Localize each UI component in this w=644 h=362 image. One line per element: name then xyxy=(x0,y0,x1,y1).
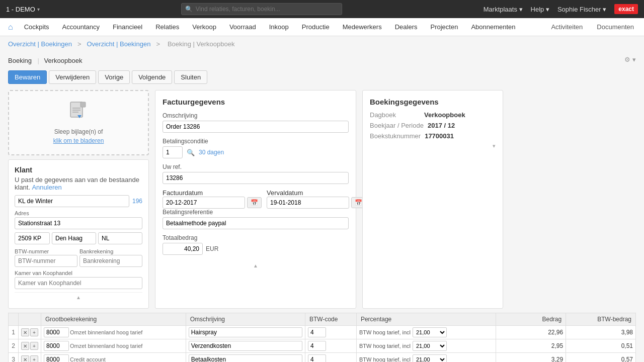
th-omschrijving: Omschrijving xyxy=(186,313,305,326)
row-ctrl: ✕ + xyxy=(19,326,41,339)
nav-dealers[interactable]: Dealers xyxy=(389,19,424,35)
address-input[interactable] xyxy=(15,217,142,229)
payment-row: 🔍 30 dagen xyxy=(163,146,349,158)
th-btw-code: BTW-code xyxy=(305,313,356,326)
vervaldatum-group: Vervaldatum 📅 xyxy=(267,189,366,209)
file-icon xyxy=(69,101,88,124)
totaalbedrag-input[interactable] xyxy=(163,243,203,255)
percentage-select[interactable]: 21,00 xyxy=(413,327,447,337)
bank-input[interactable] xyxy=(79,255,142,267)
nav-projecten[interactable]: Projecten xyxy=(424,19,464,35)
btw-code-input[interactable] xyxy=(308,327,326,337)
vervaldatum-input[interactable] xyxy=(267,197,349,209)
app-title[interactable]: 1 - DEMO ▾ xyxy=(6,6,40,13)
nav-documenten[interactable]: Documenten xyxy=(591,19,640,35)
nav-productie[interactable]: Productie xyxy=(296,19,336,35)
volgende-button[interactable]: Volgende xyxy=(132,70,172,84)
nav-abonnementen[interactable]: Abonnementen xyxy=(465,19,521,35)
table-section: Grootboekrekening Omschrijving BTW-code … xyxy=(0,309,644,362)
nav-verkoop[interactable]: Verkoop xyxy=(186,19,222,35)
breadcrumb-link-1[interactable]: Overzicht | Boekingen xyxy=(8,40,72,48)
omschrijving-line-input[interactable] xyxy=(189,341,302,351)
factuurdatum-input[interactable] xyxy=(163,197,245,209)
omschrijving-label: Omschrijving xyxy=(163,112,349,119)
panel-collapse-btn[interactable]: ▲ xyxy=(15,292,142,302)
add-row-button[interactable]: + xyxy=(30,328,38,336)
chevron-down-icon[interactable]: ▾ xyxy=(632,56,636,63)
grootboek-num-input[interactable] xyxy=(44,341,69,351)
nav-cockpits[interactable]: Cockpits xyxy=(18,19,55,35)
percentage-select[interactable]: 21,00 xyxy=(413,354,447,362)
search-payment-icon[interactable]: 🔍 xyxy=(187,149,195,156)
customer-id[interactable]: 196 xyxy=(132,198,142,205)
payment-days-link[interactable]: 30 dagen xyxy=(199,149,224,156)
drop-text: Sleep bijlage(n) of xyxy=(54,128,103,135)
boeking-expand[interactable]: ▾ xyxy=(370,143,496,149)
row-num: 1 xyxy=(9,326,19,339)
uw-ref-group: Uw ref. xyxy=(163,163,349,184)
user-link[interactable]: Sophie Fischer xyxy=(557,6,606,13)
btw-input[interactable] xyxy=(15,255,77,267)
percentage-select[interactable]: 21,00 xyxy=(413,341,447,351)
remove-row-button[interactable]: ✕ xyxy=(21,328,29,336)
grootboek-num-input[interactable] xyxy=(44,354,69,362)
kvk-input[interactable] xyxy=(15,277,142,289)
sluiten-button[interactable]: Sluiten xyxy=(174,70,207,84)
breadcrumb-link-2[interactable]: Overzicht | Boekingen xyxy=(87,40,150,48)
home-icon[interactable]: ⌂ xyxy=(4,23,17,32)
customer-name-input[interactable] xyxy=(15,195,129,207)
marktplaats-link[interactable]: Marktplaats xyxy=(484,6,523,13)
period-field: Boekjaar / Periode 2017 / 12 xyxy=(370,122,496,129)
stuknummer-field: Boekstuknummer 17700031 xyxy=(370,132,496,140)
btw-code-input[interactable] xyxy=(308,354,326,362)
vorige-button[interactable]: Vorige xyxy=(98,70,130,84)
breadcrumb-current: Boeking | Verkoopboek xyxy=(168,40,234,48)
omschrijving-line-input[interactable] xyxy=(189,327,302,337)
stuknummer-value: 17700031 xyxy=(425,132,454,140)
customer-panel: Klant U past de gegevens aan van de best… xyxy=(8,159,149,309)
country-input[interactable] xyxy=(98,232,142,244)
payment-num-input[interactable] xyxy=(163,146,183,158)
remove-row-button[interactable]: ✕ xyxy=(21,342,29,350)
add-row-button[interactable]: + xyxy=(30,342,38,350)
betalingsconditie-label: Betalingsconditie xyxy=(163,138,349,145)
nav-activiteiten[interactable]: Activiteiten xyxy=(545,19,589,35)
annuleren-link[interactable]: Annuleren xyxy=(32,184,61,191)
kvk-row: Kamer van Koophandel xyxy=(15,270,142,289)
nav-accountancy[interactable]: Accountancy xyxy=(56,19,106,35)
bewaren-button[interactable]: Bewaren xyxy=(8,70,47,84)
attachment-drop[interactable]: Sleep bijlage(n) of klik om te bladeren xyxy=(8,90,149,155)
omschrijving-line-input[interactable] xyxy=(189,354,302,362)
dagboek-label: Dagboek xyxy=(370,111,420,119)
help-link[interactable]: Help xyxy=(531,6,549,13)
search-input[interactable] xyxy=(181,3,342,15)
omschrijving-cell xyxy=(186,353,305,363)
date-row: Factuurdatum 📅 Vervaldatum 📅 xyxy=(163,189,349,209)
customer-notice: U past de gegevens aan van de bestaande … xyxy=(15,176,142,191)
postal-row xyxy=(15,232,142,244)
nav-relaties[interactable]: Relaties xyxy=(149,19,185,35)
uw-ref-input[interactable] xyxy=(163,172,349,184)
factuurdatum-cal-button[interactable]: 📅 xyxy=(247,197,262,208)
percentage-cell: BTW hoog tarief, incl 21,00 xyxy=(356,339,496,353)
grootboek-num-input[interactable] xyxy=(44,327,69,337)
postal-input[interactable] xyxy=(15,232,50,244)
nav-medewerkers[interactable]: Medewerkers xyxy=(337,19,388,35)
panel-bottom-collapse[interactable]: ▲ xyxy=(163,260,349,272)
toolbar: Bewaren Verwijderen Vorige Volgende Slui… xyxy=(0,70,644,90)
nav-inkoop[interactable]: Inkoop xyxy=(263,19,295,35)
city-input[interactable] xyxy=(52,232,96,244)
btw-code-input[interactable] xyxy=(308,341,326,351)
nav-financieel[interactable]: Financieel xyxy=(107,19,148,35)
omschrijving-input[interactable] xyxy=(163,121,349,133)
settings-icon[interactable]: ⚙ xyxy=(624,56,630,63)
page-title-bar: Boeking | Verkoopboek ⚙ ▾ xyxy=(0,52,644,70)
verwijderen-button[interactable]: Verwijderen xyxy=(49,70,96,84)
add-row-button[interactable]: + xyxy=(30,355,38,362)
remove-row-button[interactable]: ✕ xyxy=(21,355,29,362)
address-row: Adres xyxy=(15,210,142,229)
percentage-cell: BTW hoog tarief, incl 21,00 xyxy=(356,326,496,339)
betalingsreferentie-input[interactable] xyxy=(163,217,349,229)
nav-voorraad[interactable]: Voorraad xyxy=(223,19,262,35)
browse-link[interactable]: klik om te bladeren xyxy=(53,137,104,144)
